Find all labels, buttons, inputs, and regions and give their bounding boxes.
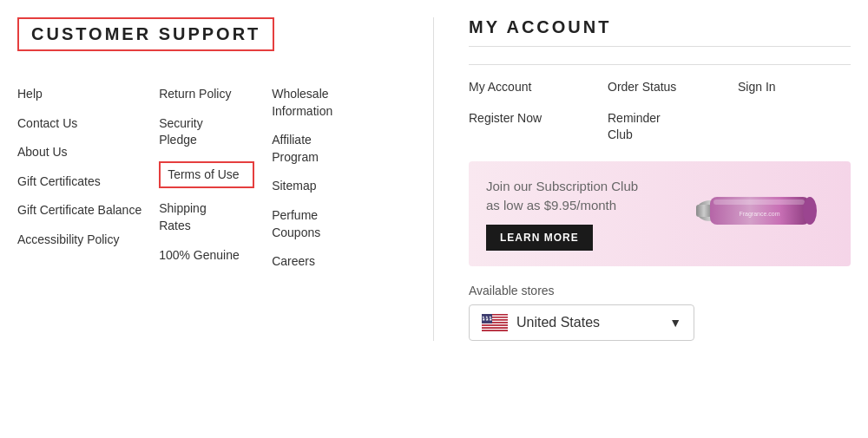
my-account-links: My Account Register Now Order Status Rem… — [469, 79, 851, 144]
store-selector[interactable]: ★★★ ★★★ United States ▼ — [469, 304, 694, 341]
perfume-image: Fragrance.com — [694, 183, 833, 244]
svg-text:Fragrance.com: Fragrance.com — [739, 211, 779, 218]
us-flag-icon: ★★★ ★★★ — [482, 314, 508, 331]
svg-rect-18 — [482, 330, 508, 331]
chevron-down-icon: ▼ — [669, 316, 681, 330]
gift-certificate-balance-link[interactable]: Gift Certificate Balance — [17, 202, 141, 219]
store-selector-left: ★★★ ★★★ United States — [482, 314, 600, 331]
subscription-line1: Join our Subscription Club — [486, 179, 638, 193]
customer-support-title: CUSTOMER SUPPORT — [17, 17, 274, 51]
svg-point-5 — [803, 197, 817, 225]
terms-of-use-link[interactable]: Terms of Use — [159, 161, 254, 189]
wholesale-link[interactable]: WholesaleInformation — [272, 86, 332, 120]
learn-more-button[interactable]: LEARN MORE — [486, 225, 593, 251]
store-name: United States — [516, 315, 600, 330]
svg-text:★★★: ★★★ — [482, 315, 492, 319]
subscription-banner: Join our Subscription Club as low as $9.… — [469, 161, 851, 266]
accessibility-policy-link[interactable]: Accessibility Policy — [17, 232, 141, 249]
available-stores: Available stores — [469, 284, 851, 341]
return-policy-link[interactable]: Return Policy — [159, 86, 254, 103]
order-status-link[interactable]: Order Status — [608, 79, 712, 96]
perfume-coupons-link[interactable]: PerfumeCoupons — [272, 207, 332, 241]
ma-col2: Order Status ReminderClub — [608, 79, 712, 144]
my-account-section: MY ACCOUNT My Account Register Now Order… — [434, 17, 851, 341]
gift-certificates-link[interactable]: Gift Certificates — [17, 173, 141, 191]
affiliate-link[interactable]: AffiliateProgram — [272, 132, 332, 166]
ma-col1: My Account Register Now — [469, 79, 582, 144]
cs-col2: Return Policy SecurityPledge Terms of Us… — [159, 86, 272, 271]
about-us-link[interactable]: About Us — [17, 144, 141, 161]
svg-rect-16 — [482, 327, 508, 329]
subscription-banner-text: Join our Subscription Club as low as $9.… — [486, 177, 638, 251]
svg-rect-14 — [482, 324, 508, 326]
svg-rect-17 — [482, 329, 508, 330]
my-account-title: MY ACCOUNT — [469, 17, 851, 47]
sitemap-link[interactable]: Sitemap — [272, 178, 332, 195]
my-account-divider — [469, 64, 851, 65]
my-account-link[interactable]: My Account — [469, 79, 582, 96]
help-link[interactable]: Help — [17, 86, 141, 103]
shipping-rates-link[interactable]: ShippingRates — [159, 200, 254, 234]
subscription-line2: as low as $9.95/month — [486, 198, 616, 212]
svg-rect-3 — [713, 199, 805, 205]
careers-link[interactable]: Careers — [272, 253, 332, 271]
ma-col3: Sign In — [738, 79, 776, 144]
genuine-link[interactable]: 100% Genuine — [159, 247, 254, 265]
available-stores-label: Available stores — [469, 284, 851, 297]
cs-col1: Help Contact Us About Us Gift Certificat… — [17, 86, 159, 271]
customer-support-links: Help Contact Us About Us Gift Certificat… — [17, 86, 407, 271]
contact-us-link[interactable]: Contact Us — [17, 115, 141, 133]
security-pledge-link[interactable]: SecurityPledge — [159, 115, 254, 149]
customer-support-section: CUSTOMER SUPPORT Help Contact Us About U… — [17, 17, 434, 341]
svg-rect-15 — [482, 326, 508, 328]
svg-rect-1 — [696, 205, 712, 217]
svg-rect-13 — [482, 324, 508, 325]
cs-col3: WholesaleInformation AffiliateProgram Si… — [272, 86, 350, 271]
reminder-club-link[interactable]: ReminderClub — [608, 110, 712, 144]
sign-in-link[interactable]: Sign In — [738, 79, 776, 96]
register-now-link[interactable]: Register Now — [469, 110, 582, 127]
